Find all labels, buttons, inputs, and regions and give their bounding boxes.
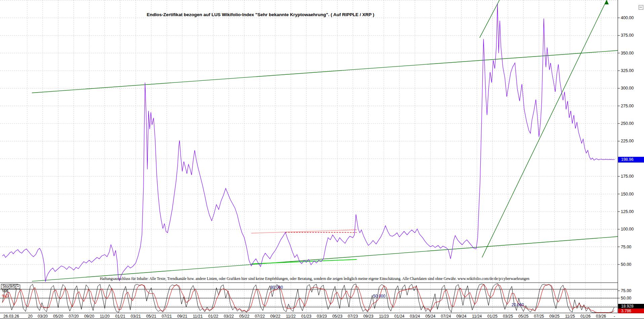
x-axis-label: 05/25 xyxy=(518,314,528,319)
indicator-axis-label: 50.00 xyxy=(621,296,631,300)
x-axis-label: 11/20 xyxy=(100,314,110,319)
x-axis-label: 03/25 xyxy=(503,314,513,319)
price-axis-label: 250.00 xyxy=(621,121,634,126)
x-axis-label: 05/24 xyxy=(425,314,435,319)
x-axis-label: 11/21 xyxy=(193,314,203,319)
stochastic-level-label: 20.000 xyxy=(512,303,524,307)
price-axis-label: 350.00 xyxy=(621,51,634,56)
x-axis-label: 01/21 xyxy=(115,314,125,319)
price-axis-label: 375.00 xyxy=(621,33,634,38)
price-axis-label: 50.00 xyxy=(621,262,631,267)
x-axis-label: 01/24 xyxy=(394,314,404,319)
x-axis-label: 07/21 xyxy=(162,314,172,319)
price-axis-label: 150.00 xyxy=(621,192,634,197)
chart-window: 400.00375.00350.00325.00300.00275.00250.… xyxy=(0,0,644,319)
x-axis-label: 03/21 xyxy=(131,314,141,319)
x-axis-label: 03/20 xyxy=(38,314,48,319)
price-axis-label: 325.00 xyxy=(621,68,634,73)
stochastic-d-line xyxy=(2,284,614,313)
x-axis-label: 11/24 xyxy=(472,314,482,319)
x-axis-label: 09/25 xyxy=(550,314,560,319)
upper-channel-trendline xyxy=(32,50,618,93)
x-axis-label: 01/25 xyxy=(487,314,497,319)
x-axis-label: 09/21 xyxy=(177,314,187,319)
price-axis-label: 300.00 xyxy=(621,86,634,91)
lower-channel-trendline xyxy=(32,237,618,281)
stochastic-level-label: 50.000 xyxy=(373,294,386,298)
price-line xyxy=(2,4,615,282)
x-axis-label: 05/21 xyxy=(146,314,156,319)
x-axis-label: - xyxy=(614,314,615,319)
x-axis-label: 11/23 xyxy=(379,314,389,319)
indicator-axis-label: 75.00 xyxy=(621,288,631,293)
stochastic-level-label: 80.000 xyxy=(271,285,283,290)
x-axis-label: 07/24 xyxy=(441,314,451,319)
x-axis-label: 03/23 xyxy=(317,314,327,319)
x-axis-label: 07/22 xyxy=(255,314,265,319)
x-axis-label: 01/23 xyxy=(301,314,311,319)
price-axis-label: 225.00 xyxy=(621,139,634,143)
x-axis-label: 03/22 xyxy=(224,314,234,319)
x-axis-label: 05/20 xyxy=(53,314,63,319)
last-price-badge: 198.96 xyxy=(618,157,644,163)
x-axis-label: 07/25 xyxy=(534,314,544,319)
stochastic-k-label: %K xyxy=(2,289,8,293)
x-axis-label: 03/24 xyxy=(410,314,420,319)
stochastic-d-value-badge: 3.786 xyxy=(618,309,644,313)
x-axis-label: 03/26 xyxy=(596,314,606,319)
price-chart-canvas[interactable]: 400.00375.00350.00325.00300.00275.00250.… xyxy=(0,0,644,319)
disclaimer-text: Haftungsausschluss für Inhalte: Alle Tex… xyxy=(100,277,476,281)
chart-title: Endlos-Zertifikat bezogen auf LUS Wikifo… xyxy=(108,12,413,17)
x-axis-label: 01/22 xyxy=(208,314,218,319)
x-axis-label: 07/23 xyxy=(348,314,358,319)
stochastic-d-label: %D xyxy=(2,294,8,298)
x-axis-label: 20 xyxy=(28,314,33,319)
indicator-name: Sto(9/5) xyxy=(2,284,17,289)
x-axis-label: 05/23 xyxy=(332,314,343,319)
x-axis-label: 07/20 xyxy=(69,314,79,319)
pink-resistance-line xyxy=(251,230,357,233)
x-axis-label: 05/22 xyxy=(239,314,249,319)
x-axis-label: 11/25 xyxy=(565,314,575,319)
price-axis-label: 75.00 xyxy=(621,245,631,249)
chart-date-label: 26.03.26 xyxy=(3,314,19,319)
stochastic-k-value-badge: 18.928 xyxy=(618,304,644,309)
price-axis-label: 275.00 xyxy=(621,104,634,108)
price-axis-label: 175.00 xyxy=(621,174,634,179)
price-axis-label: 400.00 xyxy=(621,15,634,20)
x-axis-label: 01/26 xyxy=(580,314,591,319)
price-axis-label: 100.00 xyxy=(621,227,634,232)
x-axis-label: 09/24 xyxy=(456,314,467,319)
indicator-expand-button[interactable]: + xyxy=(16,285,20,289)
trendline-arrowhead-icon xyxy=(605,0,609,4)
price-axis-label: 125.00 xyxy=(621,209,634,214)
x-axis-label: 09/22 xyxy=(270,314,280,319)
x-axis-label: 09/20 xyxy=(84,314,94,319)
x-axis-label: 09/23 xyxy=(363,314,373,319)
x-axis-label: 11/22 xyxy=(286,314,296,319)
collapse-panel-icon[interactable] xyxy=(639,5,643,10)
